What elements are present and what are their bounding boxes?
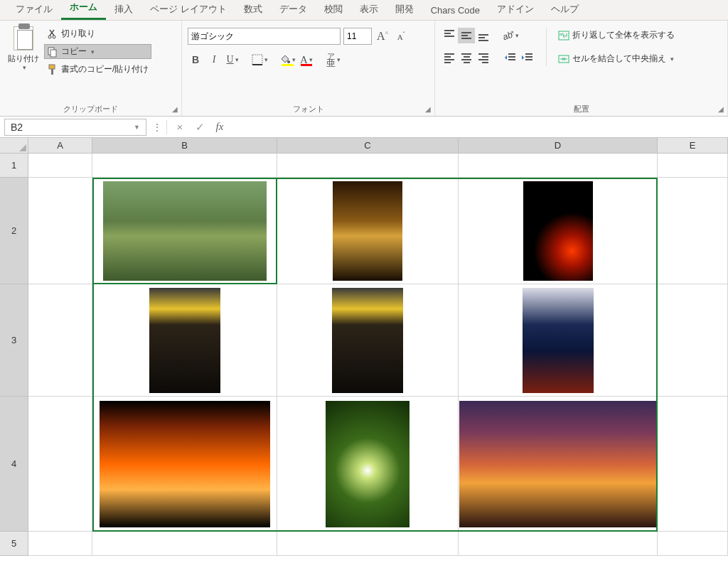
cell-E5[interactable] [658, 532, 728, 556]
embedded-image-red-lantern-street[interactable] [523, 181, 593, 281]
tab-chars-code[interactable]: Chars Code [422, 1, 488, 20]
fill-color-button[interactable]: ▾ [279, 52, 296, 68]
cell-D1[interactable] [459, 154, 658, 178]
increase-indent-button[interactable] [519, 50, 536, 66]
merge-center-button[interactable]: セルを結合して中央揃え ▾ [554, 51, 679, 66]
formula-input[interactable] [230, 119, 728, 136]
chevron-down-icon[interactable]: ▼ [134, 124, 140, 131]
paste-button[interactable]: 貼り付け ▾ [6, 23, 41, 77]
column-header-C[interactable]: C [277, 138, 459, 154]
tab-home[interactable]: ホーム [61, 0, 106, 20]
formula-bar-expand[interactable]: ⋮ [151, 122, 164, 133]
cell-B5[interactable] [92, 532, 277, 556]
clipboard-dialog-launcher[interactable]: ◢ [171, 105, 179, 114]
tab-file[interactable]: ファイル [7, 0, 61, 20]
font-name-select[interactable] [188, 28, 341, 45]
cell-D2[interactable] [459, 178, 658, 284]
cell-E4[interactable] [658, 397, 728, 532]
italic-button[interactable]: I [206, 52, 222, 68]
phonetic-button[interactable]: ア亜 ▾ [326, 52, 341, 68]
bold-button[interactable]: B [188, 52, 203, 68]
embedded-image-alley-yellow-lantern-2[interactable] [332, 288, 403, 393]
column-header-A[interactable]: A [28, 138, 92, 154]
shrink-font-button[interactable]: Aˇ [393, 28, 409, 44]
orientation-button[interactable]: ab ▾ [502, 28, 519, 43]
cell-B2[interactable] [92, 178, 277, 284]
alignment-dialog-launcher[interactable]: ◢ [717, 105, 725, 114]
chevron-down-icon[interactable]: ▾ [337, 56, 341, 63]
cell-A4[interactable] [28, 397, 92, 532]
cell-A1[interactable] [28, 154, 92, 178]
cell-B1[interactable] [92, 154, 277, 178]
cell-D5[interactable] [459, 532, 658, 556]
tab-formulas[interactable]: 数式 [235, 0, 271, 20]
embedded-image-green-forest-sun[interactable] [326, 401, 410, 527]
cell-C1[interactable] [277, 154, 459, 178]
chevron-down-icon[interactable]: ▾ [309, 56, 313, 63]
format-painter-button[interactable]: 書式のコピー/貼り付け [44, 62, 151, 77]
cut-button[interactable]: 切り取り [44, 26, 151, 41]
underline-button[interactable]: U▾ [225, 52, 240, 68]
cell-E1[interactable] [658, 154, 728, 178]
cell-E3[interactable] [658, 284, 728, 397]
cell-A5[interactable] [28, 532, 92, 556]
align-right-button[interactable] [475, 50, 492, 66]
cell-D4[interactable] [459, 397, 658, 532]
column-header-E[interactable]: E [658, 138, 728, 154]
cell-E2[interactable] [658, 178, 728, 284]
cell-B3[interactable] [92, 284, 277, 397]
embedded-image-alley-yellow-lantern[interactable] [149, 288, 220, 393]
select-all-corner[interactable] [0, 138, 28, 154]
insert-function-button[interactable]: fx [210, 119, 230, 136]
cell-A2[interactable] [28, 178, 92, 284]
column-header-D[interactable]: D [459, 138, 658, 154]
chevron-down-icon[interactable]: ▾ [235, 56, 239, 63]
cancel-formula-button[interactable]: × [170, 119, 190, 136]
font-size-select[interactable] [343, 28, 372, 45]
cell-C2[interactable] [277, 178, 459, 284]
align-top-button[interactable] [441, 28, 458, 43]
cell-C5[interactable] [277, 532, 459, 556]
align-middle-button[interactable] [458, 28, 475, 43]
tab-page-layout[interactable]: ページ レイアウト [141, 0, 235, 20]
tab-developer[interactable]: 開発 [387, 0, 422, 20]
row-header-5[interactable]: 5 [0, 532, 28, 556]
cell-B4[interactable] [92, 397, 277, 532]
tab-review[interactable]: 校閲 [316, 0, 351, 20]
embedded-image-torii-tunnel[interactable] [100, 401, 270, 527]
chevron-down-icon[interactable]: ▾ [292, 56, 296, 63]
copy-button[interactable]: コピー ▾ [44, 44, 151, 59]
borders-button[interactable]: ▾ [252, 52, 268, 68]
decrease-indent-button[interactable] [502, 50, 519, 66]
embedded-image-moon-blossom-shrine[interactable] [523, 288, 594, 393]
chevron-down-icon[interactable]: ▾ [515, 32, 519, 39]
align-center-button[interactable] [458, 50, 475, 66]
row-header-1[interactable]: 1 [0, 154, 28, 178]
font-color-button[interactable]: A ▾ [299, 52, 314, 68]
row-header-4[interactable]: 4 [0, 397, 28, 532]
cell-A3[interactable] [28, 284, 92, 397]
enter-formula-button[interactable]: ✓ [190, 119, 210, 136]
align-bottom-button[interactable] [475, 28, 492, 43]
name-box[interactable]: B2 ▼ [4, 119, 146, 136]
chevron-down-icon[interactable]: ▾ [91, 48, 95, 55]
cell-C3[interactable] [277, 284, 459, 397]
cell-C4[interactable] [277, 397, 459, 532]
align-left-button[interactable] [441, 50, 458, 66]
tab-insert[interactable]: 挿入 [106, 0, 141, 20]
row-header-3[interactable]: 3 [0, 284, 28, 397]
embedded-image-sunset-powerlines[interactable] [459, 401, 657, 527]
chevron-down-icon[interactable]: ▾ [670, 55, 674, 63]
cell-D3[interactable] [459, 284, 658, 397]
wrap-text-button[interactable]: ab 折り返して全体を表示する [554, 28, 679, 43]
tab-addin[interactable]: アドイン [488, 0, 542, 20]
font-dialog-launcher[interactable]: ◢ [424, 105, 432, 114]
tab-help[interactable]: ヘルプ [542, 0, 587, 20]
row-header-2[interactable]: 2 [0, 178, 28, 284]
grow-font-button[interactable]: A^ [375, 28, 390, 44]
chevron-down-icon[interactable]: ▾ [264, 56, 268, 63]
column-header-B[interactable]: B [92, 138, 277, 154]
embedded-image-village-daisies[interactable] [103, 181, 267, 281]
tab-view[interactable]: 表示 [351, 0, 387, 20]
embedded-image-lantern-corridor[interactable] [333, 181, 402, 281]
